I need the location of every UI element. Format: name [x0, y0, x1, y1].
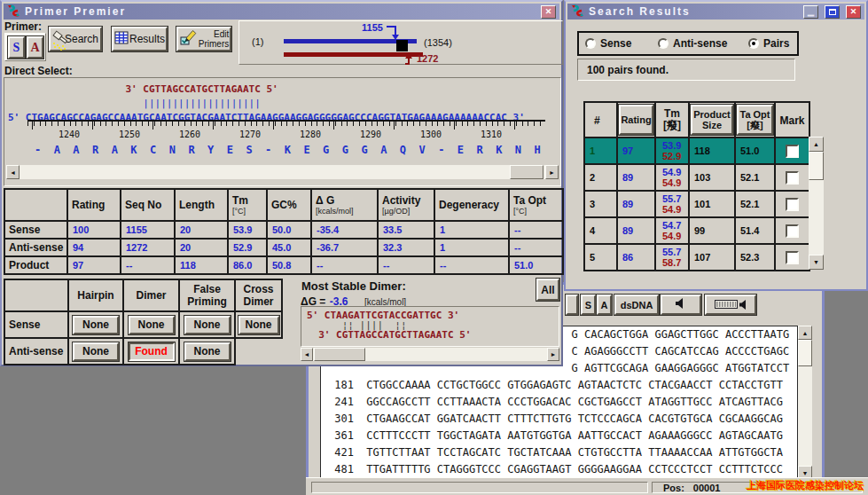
close-button[interactable]: ✕ [846, 5, 861, 19]
toolbar-partial-button[interactable] [566, 295, 578, 315]
mark-checkbox[interactable] [786, 198, 799, 211]
results-count-box: 100 pairs found. [577, 59, 795, 81]
search-results-title-bar[interactable]: Search Results ▁ ✕ [567, 4, 864, 20]
result-row[interactable]: 4 89 54.754.9 99 51.4 [584, 217, 809, 244]
radio-circle [585, 38, 596, 49]
ta-opt-sort-button[interactable]: Ta Opt[癈] [737, 105, 773, 135]
result-row[interactable]: 3 89 55.754.9 101 52.1 [584, 191, 809, 217]
scroll-up-button[interactable]: ▲ [798, 326, 812, 340]
keyboard-speaker-button[interactable] [705, 295, 756, 315]
primer-premier-window: Primer Premier ✕ Primer: S A Search Resu… [0, 0, 563, 366]
scroll-down-button[interactable]: ▼ [809, 255, 824, 270]
col-header: Dimer [124, 289, 178, 302]
stats-row-sense[interactable]: Sense 10011552053.950.0-35.433.51-- [4, 221, 563, 239]
stats-row-antisense[interactable]: Anti-sense 9412722052.945.0-36.732.31-- [4, 239, 563, 256]
antisense-dimer-button[interactable]: Found [129, 342, 175, 361]
scroll-up-button[interactable]: ▲ [809, 137, 824, 152]
main-window-title: Primer Premier [25, 5, 536, 18]
antisense-primer-button[interactable]: A [27, 36, 43, 59]
scroll-thumb[interactable] [809, 152, 824, 180]
stats-row-product[interactable]: Product 97--11886.050.8------51.0 [4, 256, 563, 274]
sequence-line: 301CTGAAGCCAT GGATCAACTT CTTTCTTGTG TCTC… [328, 412, 797, 429]
antisense-primer-arrow-icon [404, 53, 415, 69]
pairs-results-table: # Rating Tm[癈] ProductSize Ta Opt[癈] Mar… [583, 101, 810, 271]
scroll-thumb[interactable] [314, 348, 365, 361]
radio-sense-label: Sense [600, 37, 631, 50]
scroll-left-button: ◄ [301, 348, 313, 361]
radio-pairs[interactable]: Pairs [748, 37, 789, 50]
col-header: Seq No [125, 199, 174, 211]
scroll-right-button[interactable]: ► [547, 348, 559, 361]
flashlight-icon [51, 29, 74, 56]
search-window-title: Search Results [589, 5, 799, 18]
sense-strand-button[interactable]: S [581, 295, 596, 315]
primer-label: Primer: [4, 20, 42, 33]
strand-toggle-panel: S A [4, 33, 46, 61]
desktop: S A dsDNA G CACAGCTGGA GGAGCTTGGC ACCCTT… [0, 0, 868, 495]
pos-value: 00001 [693, 483, 721, 493]
maximize-button[interactable] [825, 5, 840, 19]
mark-checkbox[interactable] [786, 224, 799, 238]
dimer-hscrollbar[interactable]: ◄ ► [301, 348, 559, 361]
sequence-line: 361CCTTTCCCTT TGGCTAGATA AATGTGGTGA AATT… [328, 429, 797, 446]
scroll-right-button[interactable]: ► [545, 165, 559, 179]
result-row-selected[interactable]: 1 97 53.952.9 118 51.0 [584, 138, 809, 164]
all-dimers-button[interactable]: All [536, 279, 559, 301]
sense-primer-button[interactable]: S [8, 36, 25, 59]
product-size-sort-button[interactable]: ProductSize [691, 105, 733, 135]
minimize-button[interactable]: ▁ [803, 5, 818, 19]
antisense-hairpin-button[interactable]: None [73, 342, 119, 361]
main-title-bar[interactable]: Primer Premier ✕ [4, 4, 559, 20]
structure-check-table: Hairpin Dimer False Priming Cross Dimer … [4, 279, 283, 365]
row-label: Anti-sense [4, 338, 68, 365]
mark-checkbox[interactable] [786, 251, 799, 264]
results-vscrollbar[interactable]: ▲ ▼ [809, 137, 824, 270]
antisense-primer-sequence[interactable]: 3' CGTTAGCCATGCTTAGAATC 5' [8, 83, 278, 95]
sequence-ruler [27, 120, 545, 130]
speaker-button[interactable] [661, 295, 701, 315]
col-header: Δ G [316, 194, 377, 207]
result-row[interactable]: 5 86 55.758.7 107 52.3 [584, 244, 809, 271]
radio-pairs-label: Pairs [763, 37, 789, 50]
antisense-primer-label: A [30, 41, 39, 55]
direct-select-hscrollbar[interactable]: ◄ ► [6, 165, 559, 179]
results-count-text: 100 pairs found. [587, 64, 669, 76]
antisense-false-priming-button[interactable]: None [184, 342, 231, 361]
primer-stats-table: Rating Seq No Length Tm[°C] GC% Δ G[kcal… [4, 188, 564, 275]
dimer-bottom-sequence: 3' CGTTAGCCATGCTTAGAATC 5' [307, 329, 471, 341]
mark-checkbox[interactable] [786, 171, 799, 185]
sense-primer-label: S [13, 41, 20, 55]
sense-dimer-button[interactable]: None [129, 316, 175, 334]
basepair-match-bars: |||||||||||||||||||| [8, 98, 261, 109]
direct-select-panel: 3' CGTTAGCCATGCTTAGAATC 5' |||||||||||||… [4, 77, 561, 186]
edit-label-2: Primers [199, 39, 229, 49]
dsdna-button[interactable]: dsDNA [614, 295, 659, 315]
sense-hairpin-button[interactable]: None [73, 316, 119, 334]
strand-filter-group: Sense Anti-sense Pairs [577, 31, 799, 56]
scroll-left-button[interactable]: ◄ [6, 165, 20, 179]
sequence-vscrollbar[interactable]: ▲ ▼ [798, 326, 812, 480]
edit-primers-button[interactable]: Edit Primers [176, 27, 231, 51]
antisense-strand-label: A [601, 300, 608, 310]
ruler-tick-label: 1260 [175, 130, 205, 139]
scroll-thumb[interactable] [798, 340, 812, 366]
result-row[interactable]: 2 89 54.954.9 103 52.1 [584, 164, 809, 191]
ruler-tick-label: 1300 [416, 130, 446, 139]
rating-sort-button[interactable]: Rating [619, 105, 653, 135]
sense-cross-dimer-button[interactable]: None [239, 316, 279, 334]
antisense-strand-button[interactable]: A [597, 295, 612, 315]
col-header: False Priming [180, 283, 234, 308]
sense-false-priming-button[interactable]: None [184, 316, 231, 334]
close-button[interactable]: ✕ [541, 5, 556, 19]
results-button[interactable]: Results [112, 27, 168, 51]
radio-antisense[interactable]: Anti-sense [658, 37, 727, 50]
mark-col-header: Mark [779, 114, 804, 127]
search-button[interactable]: Search [49, 27, 102, 51]
radio-antisense-label: Anti-sense [673, 37, 727, 50]
forum-watermark: 上海国际医院感染控制论坛 [747, 479, 864, 492]
mark-checkbox[interactable] [786, 145, 799, 158]
scroll-thumb[interactable] [510, 165, 543, 179]
results-label: Results [129, 33, 165, 45]
radio-sense[interactable]: Sense [585, 37, 631, 50]
dimer-panel-title: Most Stable Dimer: [301, 279, 406, 293]
